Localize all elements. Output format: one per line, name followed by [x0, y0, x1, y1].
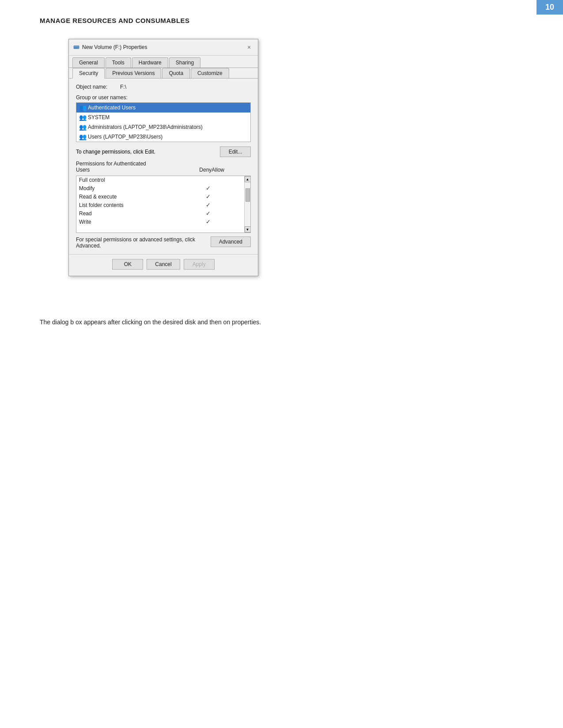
dialog-box: New Volume (F:) Properties × General Too… [68, 39, 258, 276]
user-item-administrators[interactable]: 👥 Administrators (LAPTOP_MP238\Administr… [76, 122, 250, 132]
dialog-footer: OK Cancel Apply [69, 254, 258, 276]
perm-read-execute: Read & execute ✓ [76, 192, 250, 201]
perm-full-control: Full control [76, 176, 250, 184]
perm-allow-read-execute: ✓ [195, 193, 221, 200]
allow-col-header: Allow [212, 167, 224, 173]
perm-name-list-folder: List folder contents [79, 202, 195, 208]
edit-button[interactable]: Edit... [220, 146, 251, 157]
svg-point-2 [78, 48, 79, 49]
users-icon-1: 👥 [79, 104, 86, 111]
apply-button[interactable]: Apply [184, 259, 215, 270]
user-item-users[interactable]: 👥 Users (LAPTOP_MP238\Users) [76, 132, 250, 142]
users-icon-2: 👥 [79, 114, 86, 121]
user-item-system[interactable]: 👥 SYSTEM [76, 113, 250, 122]
permissions-table-wrapper: Full control Modify ✓ Read & execute ✓ [76, 176, 251, 233]
dialog-title: New Volume (F:) Properties [82, 44, 147, 50]
users-listbox[interactable]: 👥 Authenticated Users 👥 SYSTEM 👥 Adminis… [76, 102, 251, 142]
permissions-table: Full control Modify ✓ Read & execute ✓ [76, 176, 250, 226]
scrollbar-up-arrow[interactable]: ▲ [245, 176, 251, 182]
perm-read: Read ✓ [76, 209, 250, 218]
perm-name-modify: Modify [79, 185, 195, 191]
dialog-body: Object name: F:\ Group or user names: 👥 … [69, 79, 258, 254]
perm-name-write: Write [79, 219, 195, 225]
perm-modify: Modify ✓ [76, 184, 250, 192]
perm-allow-modify: ✓ [195, 185, 221, 191]
page-header: MANAGE RESOURCES AND CONSUMABLES [40, 17, 190, 24]
perm-allow-write: ✓ [195, 218, 221, 225]
tab-general[interactable]: General [72, 57, 105, 68]
perm-name-read: Read [79, 210, 195, 217]
object-name-row: Object name: F:\ [76, 84, 251, 90]
advanced-text: For special permissions or advanced sett… [76, 236, 200, 249]
ok-button[interactable]: OK [112, 259, 143, 270]
user-label-3: Administrators (LAPTOP_MP238\Administrat… [88, 124, 203, 130]
user-label-2: SYSTEM [88, 114, 110, 120]
cancel-button[interactable]: Cancel [147, 259, 180, 270]
dialog-tabs-row2: Security Previous Versions Quota Customi… [69, 68, 258, 79]
perm-allow-read: ✓ [195, 210, 221, 217]
scrollbar-down-arrow[interactable]: ▼ [245, 226, 251, 233]
body-text: The dialog b ox appears after clicking o… [40, 318, 523, 327]
tab-security[interactable]: Security [72, 68, 105, 79]
tab-quota[interactable]: Quota [162, 68, 190, 78]
perm-allow-list-folder: ✓ [195, 202, 221, 208]
deny-col-header: Deny [199, 167, 212, 173]
group-label: Group or user names: [76, 94, 251, 101]
perm-name-full-control: Full control [79, 177, 195, 183]
permissions-section: Permissions for Authenticated Users Allo… [76, 161, 251, 173]
tab-sharing[interactable]: Sharing [169, 57, 200, 68]
users-icon-3: 👥 [79, 124, 86, 131]
permissions-label-prefix: Permissions for Authenticated [76, 161, 146, 167]
user-label-4: Users (LAPTOP_MP238\Users) [88, 134, 162, 140]
scrollbar-thumb[interactable] [246, 188, 250, 202]
tab-customize[interactable]: Customize [191, 68, 229, 78]
advanced-row: For special permissions or advanced sett… [76, 236, 251, 249]
dialog-close-button[interactable]: × [245, 43, 253, 52]
tab-previous-versions[interactable]: Previous Versions [106, 68, 161, 78]
dialog-tabs: General Tools Hardware Sharing [69, 56, 258, 68]
users-icon-4: 👥 [79, 133, 86, 140]
scrollbar-track: ▲ ▼ [244, 176, 250, 233]
advanced-button[interactable]: Advanced [211, 236, 251, 247]
dialog-titlebar: New Volume (F:) Properties × [69, 39, 258, 56]
edit-row: To change permissions, click Edit. Edit.… [76, 146, 251, 157]
permissions-label-suffix: Users [76, 167, 90, 173]
page-number: 10 [537, 0, 563, 15]
tab-tools[interactable]: Tools [106, 57, 131, 68]
object-label: Object name: [76, 84, 120, 90]
user-item-authenticated[interactable]: 👥 Authenticated Users [76, 103, 250, 113]
user-label-1: Authenticated Users [88, 105, 136, 111]
object-value: F:\ [120, 84, 126, 90]
perm-name-read-execute: Read & execute [79, 194, 195, 200]
edit-text: To change permissions, click Edit. [76, 149, 155, 155]
tab-hardware[interactable]: Hardware [132, 57, 168, 68]
perm-list-folder: List folder contents ✓ [76, 201, 250, 209]
perm-write: Write ✓ [76, 218, 250, 226]
drive-icon [73, 44, 79, 50]
